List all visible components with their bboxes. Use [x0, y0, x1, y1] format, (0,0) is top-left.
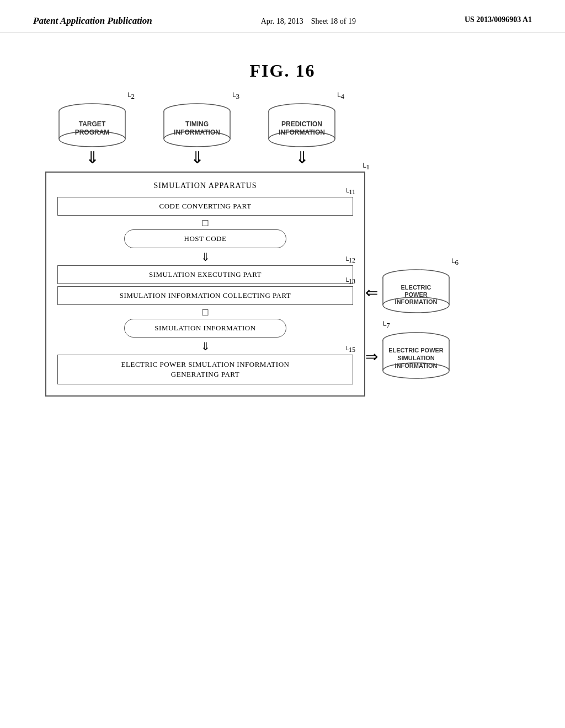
arrow-to-host-code: □: [57, 218, 353, 228]
figure-title: FIG. 16: [44, 61, 521, 81]
diagram: └2 TARGET PROGRAM └3: [45, 103, 520, 397]
sim-info-collecting-section: └13 SIMULATION INFORMATION COLLECTING PA…: [57, 286, 353, 305]
simulation-information-box: SIMULATION INFORMATION: [124, 319, 287, 338]
page-header: Patent Application Publication Apr. 18, …: [0, 0, 565, 33]
ref-13: └13: [344, 277, 355, 286]
publication-label: Patent Application Publication: [33, 15, 152, 26]
arrow-to-sim-executing: ⇓: [57, 250, 353, 264]
svg-text:ELECTRIC POWER: ELECTRIC POWER: [388, 347, 444, 354]
cylinder-electric-power-info: └6 ELECTRIC POWER INFORMATION: [380, 269, 452, 315]
ep-sim-gen-section: └15 ELECTRIC POWER SIMULATION INFORMATIO…: [57, 355, 353, 384]
electric-power-sim-info-gen-part-box: ELECTRIC POWER SIMULATION INFORMATIONGEN…: [57, 355, 353, 384]
svg-text:TIMING: TIMING: [185, 120, 209, 128]
arrow-from-prediction: ⇓: [266, 149, 338, 166]
svg-text:POWER: POWER: [404, 291, 428, 298]
ref-6: └6: [450, 258, 459, 267]
ref-7: └7: [381, 321, 390, 330]
svg-text:ELECTRIC: ELECTRIC: [401, 284, 431, 291]
simulation-executing-part-box: SIMULATION EXECUTING PART: [57, 265, 353, 284]
cylinder-timing-information: └3 TIMING INFORMATION: [161, 103, 233, 149]
arrow-from-timing: ⇓: [161, 149, 233, 166]
cylinder-svg-7: ELECTRIC POWER SIMULATION INFORMATION: [380, 332, 452, 379]
svg-text:INFORMATION: INFORMATION: [279, 129, 325, 136]
cylinder-svg-2: TARGET PROGRAM: [56, 103, 128, 147]
right-databases-section: ⇐ └6 ELECTRIC POWER INFORMATION: [365, 167, 452, 381]
arrow-to-ep-sim-gen: ⇓: [57, 340, 353, 353]
cylinder-electric-power-sim-info: └7 ELECTRIC POWER SIMULATION INFORMATION: [380, 332, 452, 381]
arrow-to-sim-info: □: [57, 307, 353, 317]
svg-text:PROGRAM: PROGRAM: [75, 129, 110, 136]
date-label: Apr. 18, 2013: [261, 17, 303, 25]
cylinder-prediction-information: └4 PREDICTION INFORMATION: [266, 103, 338, 149]
svg-text:INFORMATION: INFORMATION: [395, 298, 438, 305]
sim-executing-section: └12 SIMULATION EXECUTING PART: [57, 265, 353, 284]
code-converting-part-box: CODE CONVERTING PART: [57, 197, 353, 216]
sheet-info: Apr. 18, 2013 Sheet 18 of 19: [261, 15, 356, 27]
ref-4: └4: [335, 92, 344, 101]
arrow-from-ep-info: ⇐: [365, 283, 378, 302]
arrow-from-target: ⇓: [56, 149, 128, 166]
simulation-apparatus-box: └1 SIMULATION APPARATUS └11 CODE CONVERT…: [45, 172, 365, 397]
svg-text:INFORMATION: INFORMATION: [395, 362, 438, 369]
cylinder-target-program: └2 TARGET PROGRAM: [56, 103, 128, 149]
host-code-box: HOST CODE: [124, 229, 287, 248]
cylinder-svg-6: ELECTRIC POWER INFORMATION: [380, 269, 452, 313]
simulation-information-collecting-part-box: SIMULATION INFORMATION COLLECTING PART: [57, 286, 353, 305]
page-content: FIG. 16 └2 TARGET PROGRAM: [0, 33, 565, 419]
ref-11: └11: [344, 188, 355, 196]
code-converting-section: └11 CODE CONVERTING PART: [57, 197, 353, 216]
electric-power-info-row: ⇐ └6 ELECTRIC POWER INFORMATION: [365, 269, 452, 315]
cylinder-svg-4: PREDICTION INFORMATION: [266, 103, 338, 147]
patent-number: US 2013/0096903 A1: [465, 15, 532, 24]
svg-text:INFORMATION: INFORMATION: [174, 129, 220, 136]
cylinder-svg-3: TIMING INFORMATION: [161, 103, 233, 147]
svg-text:TARGET: TARGET: [79, 120, 106, 128]
ref-1: └1: [361, 163, 370, 172]
ref-2: └2: [126, 92, 135, 101]
arrow-to-ep-sim-info: ⇒: [365, 347, 378, 366]
electric-power-sim-info-row: ⇒ └7 ELECTRIC POWER SIMULATION INFORMATI…: [365, 332, 452, 381]
ref-15: └15: [344, 346, 355, 354]
ref-12: └12: [344, 256, 355, 265]
svg-text:SIMULATION: SIMULATION: [397, 355, 435, 361]
apparatus-title: SIMULATION APPARATUS: [57, 181, 353, 190]
ref-3: └3: [231, 92, 239, 101]
svg-text:PREDICTION: PREDICTION: [281, 120, 322, 128]
sheet-label: Sheet 18 of 19: [311, 17, 356, 25]
apparatus-row: └1 SIMULATION APPARATUS └11 CODE CONVERT…: [45, 167, 520, 397]
